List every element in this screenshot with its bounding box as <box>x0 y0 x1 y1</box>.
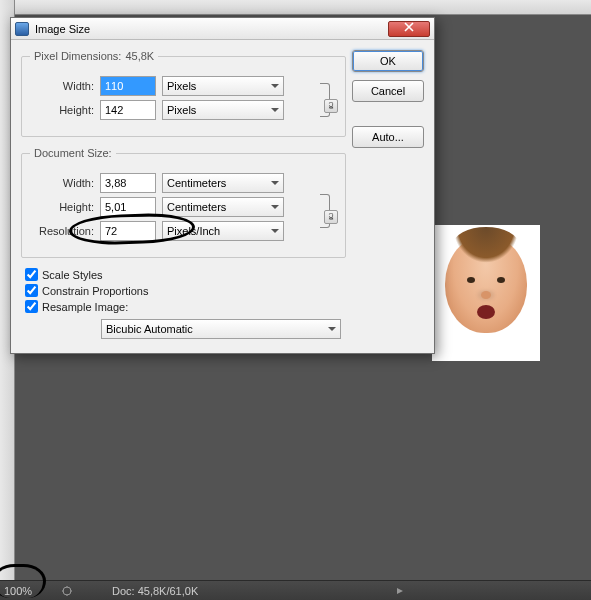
pixel-dimensions-size: 45,8K <box>125 50 154 62</box>
close-icon <box>404 22 414 32</box>
svg-point-0 <box>63 587 71 595</box>
baby-face-image <box>445 235 527 333</box>
auto-button[interactable]: Auto... <box>352 126 424 148</box>
doc-height-unit[interactable]: Centimeters <box>162 197 284 217</box>
ok-button[interactable]: OK <box>352 50 424 72</box>
doc-height-label: Height: <box>30 201 100 213</box>
cancel-button[interactable]: Cancel <box>352 80 424 102</box>
app-icon <box>15 22 29 36</box>
document-size-group: Document Size: Width: Centimeters Height… <box>21 147 346 258</box>
resample-label: Resample Image: <box>42 301 128 313</box>
image-size-dialog: Image Size Pixel Dimensions: 45,8K Width… <box>10 17 435 354</box>
constrain-proportions-check[interactable]: Constrain Proportions <box>25 284 346 297</box>
px-width-unit[interactable]: Pixels <box>162 76 284 96</box>
doc-link-bracket <box>313 173 337 245</box>
scale-styles-check[interactable]: Scale Styles <box>25 268 346 281</box>
px-link-bracket <box>313 72 337 124</box>
doc-width-input[interactable] <box>100 173 156 193</box>
status-bar: 100% Doc: 45,8K/61,0K <box>0 580 591 600</box>
px-width-label: Width: <box>30 80 100 92</box>
resample-image-check[interactable]: Resample Image: <box>25 300 346 313</box>
resolution-unit[interactable]: Pixels/Inch <box>162 221 284 241</box>
px-height-input[interactable] <box>100 100 156 120</box>
dialog-titlebar[interactable]: Image Size <box>11 18 434 40</box>
px-height-unit[interactable]: Pixels <box>162 100 284 120</box>
chain-icon[interactable] <box>324 210 338 224</box>
document-canvas[interactable] <box>432 225 540 361</box>
resample-method-select[interactable]: Bicubic Automatic <box>101 319 341 339</box>
dialog-title: Image Size <box>35 23 388 35</box>
scale-styles-label: Scale Styles <box>42 269 103 281</box>
doc-height-input[interactable] <box>100 197 156 217</box>
chain-icon[interactable] <box>324 99 338 113</box>
pixel-dimensions-group: Pixel Dimensions: 45,8K Width: Pixels He… <box>21 50 346 137</box>
exposure-icon[interactable] <box>60 584 74 598</box>
px-height-label: Height: <box>30 104 100 116</box>
constrain-label: Constrain Proportions <box>42 285 148 297</box>
resolution-input[interactable] <box>100 221 156 241</box>
document-size-legend: Document Size: <box>30 147 116 159</box>
px-width-input[interactable] <box>100 76 156 96</box>
ruler-horizontal[interactable] <box>0 0 591 15</box>
doc-size-value: 45,8K/61,0K <box>138 585 199 597</box>
pixel-dimensions-legend: Pixel Dimensions: <box>34 50 121 62</box>
doc-label: Doc: <box>112 585 135 597</box>
doc-width-unit[interactable]: Centimeters <box>162 173 284 193</box>
zoom-level[interactable]: 100% <box>4 585 50 597</box>
doc-width-label: Width: <box>30 177 100 189</box>
resolution-label: Resolution: <box>30 225 100 237</box>
close-button[interactable] <box>388 21 430 37</box>
flyout-icon[interactable] <box>393 584 407 598</box>
